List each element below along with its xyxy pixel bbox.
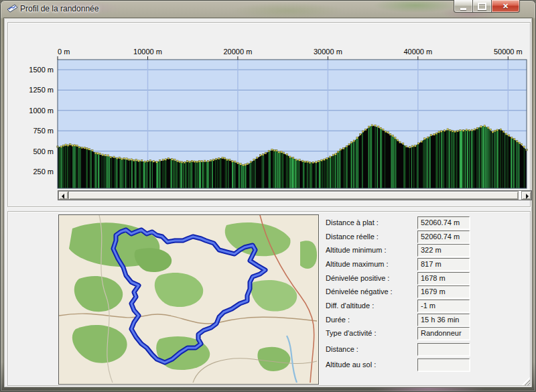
denivele-negatif-field[interactable]: 1679 m (417, 285, 470, 298)
field-label: Altitude maximum : (326, 258, 413, 271)
svg-text:1000 m: 1000 m (29, 107, 54, 115)
svg-text:20000 m: 20000 m (223, 48, 252, 56)
svg-text:30000 m: 30000 m (314, 48, 342, 56)
route-map-svg (59, 215, 317, 383)
minimize-icon (460, 8, 466, 10)
field-label: Distance à plat : (326, 216, 413, 229)
denivele-positif-field[interactable]: 1678 m (417, 272, 470, 285)
type-activite-field[interactable]: Randonneur (417, 327, 470, 340)
svg-text:250 m: 250 m (33, 168, 54, 176)
svg-text:40000 m: 40000 m (403, 48, 432, 56)
maximize-button[interactable] (473, 0, 492, 13)
field-label: Distance réelle : (326, 231, 413, 243)
scrollbar-thumb[interactable] (68, 191, 519, 200)
svg-text:50000 m: 50000 m (494, 48, 523, 56)
close-icon: ✕ (503, 2, 509, 11)
field-label: Altitude minimum : (326, 244, 413, 257)
resize-grip[interactable] (521, 376, 530, 385)
elevation-chart-group: 0 m10000 m20000 m30000 m40000 m50000 m15… (7, 22, 531, 207)
svg-text:1500 m: 1500 m (29, 66, 54, 74)
svg-text:10000 m: 10000 m (133, 48, 162, 56)
dialog-content: 0 m10000 m20000 m30000 m40000 m50000 m15… (5, 19, 531, 387)
svg-text:500 m: 500 m (33, 147, 54, 155)
field-label: Type d'activité : (326, 327, 413, 340)
maximize-icon (478, 3, 486, 10)
scroll-left-icon (62, 194, 64, 199)
diff-altitude-field[interactable]: -1 m (417, 300, 470, 312)
altitude-sol-field[interactable] (417, 358, 470, 371)
minimize-button[interactable] (454, 0, 473, 13)
altitude-max-field[interactable]: 817 m (417, 258, 470, 271)
distance-reelle-field[interactable]: 52060.74 m (417, 231, 470, 243)
elevation-profile-icon (7, 3, 18, 14)
field-label: Durée : (326, 314, 413, 326)
close-button[interactable]: ✕ (492, 0, 520, 13)
profile-dialog-window: Profil de la randonnée ✕ 0 m10000 m20000… (0, 0, 536, 392)
elevation-chart-svg[interactable]: 0 m10000 m20000 m30000 m40000 m50000 m15… (8, 23, 529, 205)
field-label: Distance : (326, 343, 413, 356)
svg-text:1250 m: 1250 m (29, 86, 54, 94)
distance-plat-field[interactable]: 52060.74 m (417, 216, 470, 229)
svg-text:0 m: 0 m (58, 48, 70, 56)
scroll-right-button[interactable] (521, 191, 531, 200)
route-map-thumbnail (58, 214, 319, 385)
duree-field[interactable]: 15 h 36 min (417, 314, 470, 326)
window-controls: ✕ (454, 0, 520, 13)
altitude-min-field[interactable]: 322 m (417, 244, 470, 257)
svg-text:750 m: 750 m (33, 127, 54, 135)
title-bar[interactable]: Profil de la randonnée ✕ (0, 0, 536, 19)
scroll-right-icon (526, 194, 529, 199)
field-label: Diff. d'altitude : (326, 300, 413, 312)
distance-cursor-field[interactable] (417, 343, 470, 356)
scroll-left-button[interactable] (58, 191, 68, 200)
chart-horizontal-scrollbar[interactable] (58, 190, 532, 200)
window-title: Profil de la randonnée (20, 4, 98, 13)
field-label: Altitude au sol : (326, 358, 413, 371)
field-label: Dénivelée négative : (326, 285, 413, 298)
field-label: Dénivelée positive : (326, 272, 413, 285)
